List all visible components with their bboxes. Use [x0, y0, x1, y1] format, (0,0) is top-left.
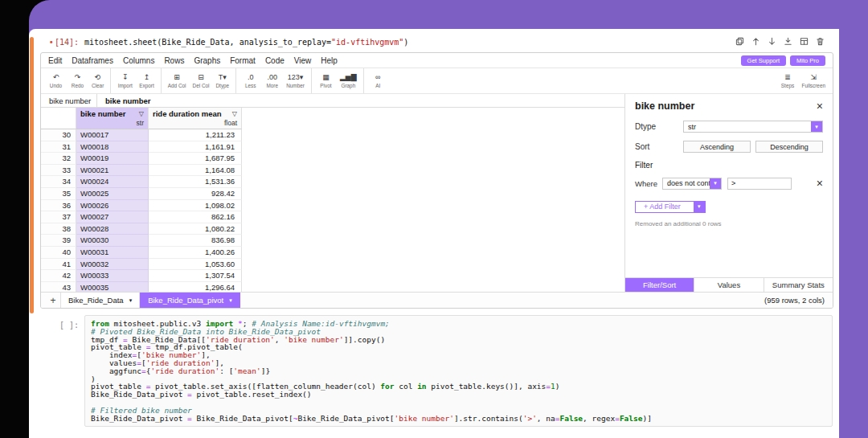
cell-bike-number[interactable]: W00030 [76, 235, 149, 247]
panel-tab[interactable]: Values [694, 278, 764, 292]
toolbar-button[interactable]: .00 More [261, 68, 283, 93]
insert-cell-below-icon[interactable] [784, 37, 792, 46]
row-index[interactable]: 38 [41, 223, 76, 235]
toolbar-button[interactable]: ↥ Export [136, 68, 161, 93]
dtype-select[interactable]: str ▾ [683, 121, 823, 133]
close-icon[interactable]: × [817, 101, 823, 111]
duplicate-cell-icon[interactable] [735, 37, 744, 46]
menu-item[interactable]: View [294, 56, 312, 65]
toolbar-button[interactable]: ≣ Steps [777, 68, 799, 93]
cell-ride-duration-mean[interactable]: 1,531.36 [149, 176, 242, 188]
chevron-down-icon[interactable]: ▾ [811, 121, 822, 132]
row-index[interactable]: 32 [41, 153, 76, 165]
cell-ride-duration-mean[interactable]: 1,687.95 [149, 153, 242, 165]
cell-options-icon[interactable] [800, 37, 809, 46]
move-cell-down-icon[interactable] [768, 37, 776, 46]
filter-icon[interactable]: ▽ [232, 110, 237, 117]
cell-source[interactable]: from mitosheet.public.v3 import *; # Ana… [84, 315, 833, 427]
toolbar-button[interactable]: ⊞ Add Col [165, 68, 190, 93]
cell-bike-number[interactable]: W00021 [76, 165, 149, 177]
cell-ride-duration-mean[interactable]: 1,307.54 [149, 270, 242, 282]
sort-ascending-button[interactable]: Ascending [683, 141, 751, 153]
cell-source-line[interactable]: mitosheet.sheet(Bike_Ride_Data, analysis… [79, 35, 735, 47]
toolbar-button[interactable]: ⇲ Fullscreen [799, 68, 829, 93]
delete-cell-icon[interactable] [816, 37, 825, 46]
row-index[interactable]: 30 [41, 129, 76, 141]
chevron-down-icon[interactable]: ▾ [694, 202, 705, 212]
menu-pill-button[interactable]: Get Support [741, 55, 786, 66]
move-cell-up-icon[interactable] [751, 37, 760, 46]
menu-item[interactable]: Code [265, 56, 285, 65]
sheet-tab[interactable]: Bike_Ride_Data_pivot ▾ [140, 293, 240, 308]
toolbar-button[interactable]: ⊟ Del Col [190, 68, 213, 93]
cell-ride-duration-mean[interactable]: 1,161.91 [149, 141, 242, 154]
sort-descending-button[interactable]: Descending [755, 141, 823, 153]
filter-condition-select[interactable]: does not contain ▾ [662, 178, 722, 190]
toolbar-button[interactable]: ⟲ Clear [88, 68, 111, 93]
menu-item[interactable]: Rows [164, 56, 184, 65]
cell-bike-number[interactable]: W00035 [76, 282, 149, 292]
filter-icon[interactable]: ▽ [139, 110, 144, 117]
menu-item[interactable]: Graphs [194, 56, 220, 65]
cell-bike-number[interactable]: W00025 [76, 188, 149, 200]
row-index[interactable]: 31 [41, 141, 76, 154]
cell-bike-number[interactable]: W00017 [76, 129, 149, 141]
panel-tab[interactable]: Summary Stats [764, 278, 833, 292]
cell-ride-duration-mean[interactable]: 928.42 [149, 188, 242, 200]
cell-ride-duration-mean[interactable]: 1,080.22 [149, 223, 242, 235]
toolbar-button[interactable]: .0 Less [240, 68, 261, 93]
cell-ride-duration-mean[interactable]: 1,211.23 [149, 129, 242, 141]
row-index[interactable]: 43 [41, 282, 76, 292]
toolbar-button[interactable]: ▦ Pivot [315, 68, 337, 93]
add-sheet-button[interactable]: + [46, 293, 60, 308]
row-index[interactable]: 33 [41, 165, 76, 177]
cell-bike-number[interactable]: W00026 [76, 200, 149, 212]
filter-value-input[interactable] [727, 178, 792, 190]
cell-ride-duration-mean[interactable]: 1,296.64 [149, 282, 242, 292]
menu-item[interactable]: Dataframes [72, 56, 113, 65]
panel-tab[interactable]: Filter/Sort [625, 278, 694, 292]
row-index[interactable]: 40 [41, 247, 76, 259]
toolbar-button[interactable]: T▾ Dtype [212, 68, 236, 93]
cell-ride-duration-mean[interactable]: 1,053.60 [149, 259, 242, 271]
toolbar-button[interactable]: 123▾ Number [283, 68, 312, 93]
row-index[interactable]: 34 [41, 176, 76, 188]
menu-item[interactable]: Edit [48, 56, 62, 65]
grid-row: 37 W00027 862.16 [41, 211, 624, 223]
cell-ride-duration-mean[interactable]: 1,164.08 [149, 165, 242, 177]
toolbar-button[interactable]: ↶ Undo [45, 68, 67, 93]
column-header-bike-number[interactable]: bike number ▽ str [76, 108, 149, 129]
formula-bar-value[interactable]: bike number [97, 94, 151, 107]
row-index[interactable]: 36 [41, 200, 76, 212]
sheet-tab[interactable]: Bike_Ride_Data ▾ [60, 293, 140, 308]
menu-item[interactable]: Columns [123, 56, 154, 65]
row-index[interactable]: 41 [41, 259, 76, 271]
menu-item[interactable]: Format [230, 56, 256, 65]
column-header-ride-duration-mean[interactable]: ride duration mean ▽ float [149, 108, 242, 129]
cell-ride-duration-mean[interactable]: 1,400.26 [149, 247, 242, 259]
cell-bike-number[interactable]: W00018 [76, 141, 149, 154]
menu-item[interactable]: Help [321, 56, 338, 65]
add-filter-button[interactable]: + Add Filter ▾ [635, 201, 706, 213]
cell-bike-number[interactable]: W00024 [76, 176, 149, 188]
row-index[interactable]: 37 [41, 211, 76, 223]
cell-bike-number[interactable]: W00031 [76, 247, 149, 259]
cell-bike-number[interactable]: W00033 [76, 270, 149, 282]
cell-ride-duration-mean[interactable]: 862.16 [149, 211, 242, 223]
cell-bike-number[interactable]: W00027 [76, 211, 149, 223]
remove-filter-icon[interactable]: × [817, 177, 823, 190]
row-index[interactable]: 39 [41, 235, 76, 247]
cell-bike-number[interactable]: W00032 [76, 259, 149, 271]
toolbar-button[interactable]: ∞ AI [367, 68, 389, 93]
cell-ride-duration-mean[interactable]: 1,098.02 [149, 200, 242, 212]
toolbar-button[interactable]: ↷ Redo [67, 68, 88, 93]
menu-pill-button[interactable]: Mito Pro [790, 55, 825, 66]
toolbar-button[interactable]: ↧ Import [114, 68, 136, 93]
toolbar-button[interactable]: ▂▅▇ Graph [337, 68, 364, 93]
cell-bike-number[interactable]: W00019 [76, 153, 149, 165]
cell-bike-number[interactable]: W00028 [76, 223, 149, 235]
row-index[interactable]: 35 [41, 188, 76, 200]
chevron-down-icon[interactable]: ▾ [710, 178, 721, 189]
row-index[interactable]: 42 [41, 270, 76, 282]
cell-ride-duration-mean[interactable]: 836.98 [149, 235, 242, 247]
